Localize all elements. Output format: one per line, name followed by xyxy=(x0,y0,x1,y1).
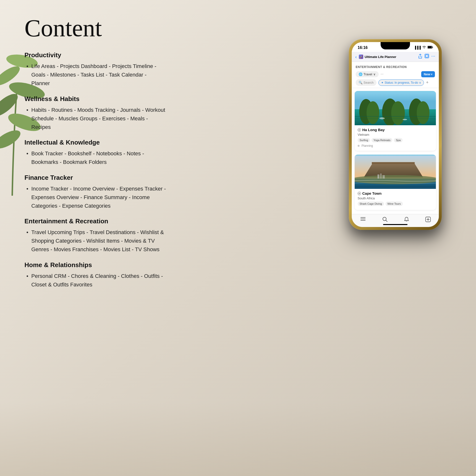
search-button[interactable]: 🔍 Search xyxy=(356,79,376,86)
svg-rect-30 xyxy=(380,173,382,179)
app-section-title: ENTERTAINMENT & RECREATION xyxy=(356,65,435,69)
app-content: ENTERTAINMENT & RECREATION 🌐 Travel ∨ ··… xyxy=(352,62,439,218)
globe-icon-small: 🌐 xyxy=(358,72,362,76)
phone-mockup: 16:16 ▐▐▐ ‹ 🚀 Ultimate Life Planner xyxy=(349,39,442,230)
cards-container: ⊕ Ha Long Bay Vietnam Surfing Yoga Retre… xyxy=(352,88,439,217)
halong-status: Planning xyxy=(361,144,373,148)
svg-rect-27 xyxy=(372,162,415,164)
svg-rect-31 xyxy=(383,175,385,179)
status-filter-label: Status: In progress, To-do xyxy=(385,81,418,85)
halong-location-row: ⊕ Ha Long Bay xyxy=(357,128,433,132)
phone-outer-shell: 16:16 ▐▐▐ ‹ 🚀 Ultimate Life Planner xyxy=(349,39,442,230)
svg-point-19 xyxy=(417,101,429,124)
svg-rect-8 xyxy=(432,47,433,48)
capetown-card[interactable]: ⊕ Cape Town South Africa Shark Cage Divi… xyxy=(355,154,436,210)
section-heading-productivity: Productivity xyxy=(24,51,166,59)
svg-point-0 xyxy=(0,127,23,152)
halong-name: Ha Long Bay xyxy=(362,128,385,132)
more-icon[interactable]: ··· xyxy=(431,54,436,60)
capetown-tags-row: Shark Cage Diving Wine Tours xyxy=(357,202,433,206)
section-content-intellectual: Book Tracker - Bookshelf - Notebooks - N… xyxy=(24,149,166,166)
signal-icon: ▐▐▐ xyxy=(414,46,421,50)
new-button[interactable]: New ∨ xyxy=(421,71,435,77)
chevron-down-icon: ∨ xyxy=(373,72,376,76)
halong-tag-1: Yoga Retreats xyxy=(372,138,392,142)
share-icon[interactable] xyxy=(418,54,422,60)
section-heading-home: Home & Relationships xyxy=(24,261,166,269)
options-dots-button[interactable]: ··· xyxy=(381,72,384,77)
browser-bar: ‹ 🚀 Ultimate Life Planner ··· xyxy=(352,52,439,62)
capetown-name: Cape Town xyxy=(362,191,382,195)
halong-globe-icon: ⊕ xyxy=(357,128,361,132)
halong-tag-2: Spa xyxy=(394,138,403,142)
svg-rect-22 xyxy=(355,116,436,117)
capetown-image xyxy=(355,154,436,189)
filter-row: 🌐 Travel ∨ ··· New ∨ xyxy=(356,71,435,77)
page-title: Content xyxy=(24,15,166,42)
section-content-wellness: Habits - Routines - Moods Tracking - Jou… xyxy=(24,106,166,132)
search-row: 🔍 Search ✦ Status: In progress, To-do ∨ … xyxy=(356,79,435,86)
browser-title: Ultimate Life Planner xyxy=(365,55,396,59)
capetown-country: South Africa xyxy=(357,196,433,200)
new-chevron-icon: ∨ xyxy=(431,73,432,76)
halong-bay-image xyxy=(355,91,436,125)
browser-favicon: 🚀 xyxy=(359,54,363,59)
section-content-entertainment: Travel Upcoming Trips - Travel Destinati… xyxy=(24,228,166,254)
status-icons: ▐▐▐ xyxy=(414,46,433,50)
wifi-icon xyxy=(422,46,426,50)
phone-notch xyxy=(381,42,410,50)
tab-icon[interactable] xyxy=(425,54,429,60)
halong-bay-card[interactable]: ⊕ Ha Long Bay Vietnam Surfing Yoga Retre… xyxy=(355,91,436,151)
section-content-home: Personal CRM - Chores & Cleaning - Cloth… xyxy=(24,272,166,289)
bottom-texture xyxy=(0,403,476,476)
svg-point-6 xyxy=(424,48,425,49)
svg-line-36 xyxy=(386,220,387,221)
browser-title-area: 🚀 Ultimate Life Planner xyxy=(359,54,416,59)
status-filter-button[interactable]: ✦ Status: In progress, To-do ∨ xyxy=(378,80,424,86)
halong-bay-card-body: ⊕ Ha Long Bay Vietnam Surfing Yoga Retre… xyxy=(355,125,436,151)
section-heading-wellness: Wellness & Habits xyxy=(24,95,166,103)
halong-status-dot xyxy=(357,145,359,147)
home-indicator xyxy=(383,224,408,225)
halong-status-row: Planning xyxy=(357,143,433,148)
browser-actions: ··· xyxy=(418,54,436,60)
svg-point-21 xyxy=(403,119,407,120)
section-heading-intellectual: Intellectual & Knowledge xyxy=(24,139,166,146)
content-area: Content Productivity Life Areas - Projec… xyxy=(24,15,166,289)
svg-rect-9 xyxy=(428,46,432,48)
halong-tags-row: Surfing Yoga Retreats Spa xyxy=(357,138,433,142)
nav-add-button[interactable] xyxy=(425,217,431,222)
sparkle-icon: ✦ xyxy=(381,81,384,85)
capetown-card-body: ⊕ Cape Town South Africa Shark Cage Divi… xyxy=(355,189,436,210)
status-time: 16:16 xyxy=(357,46,368,50)
back-button[interactable]: ‹ xyxy=(355,54,357,60)
search-icon: 🔍 xyxy=(358,81,362,85)
section-content-productivity: Life Areas - Projects Dashboard - Projec… xyxy=(24,62,166,88)
section-heading-entertainment: Entertainment & Recreation xyxy=(24,218,166,225)
nav-list-button[interactable] xyxy=(360,217,366,222)
halong-country: Vietnam xyxy=(357,133,433,136)
svg-rect-29 xyxy=(377,174,379,179)
bottom-navigation xyxy=(352,214,439,227)
chevron-down-icon-2: ∨ xyxy=(419,81,421,85)
battery-icon xyxy=(427,46,433,50)
capetown-tag-0: Shark Cage Diving xyxy=(357,202,384,206)
travel-filter-label: Travel xyxy=(363,72,372,76)
add-filter-button[interactable]: + xyxy=(426,80,428,85)
svg-rect-11 xyxy=(425,55,428,57)
section-content-finance: Income Tracker - Income Overview - Expen… xyxy=(24,185,166,210)
svg-rect-23 xyxy=(355,119,436,119)
nav-search-button[interactable] xyxy=(382,217,388,222)
phone-screen: 16:16 ▐▐▐ ‹ 🚀 Ultimate Life Planner xyxy=(352,42,439,227)
halong-tag-0: Surfing xyxy=(357,138,370,142)
capetown-tag-1: Wine Tours xyxy=(386,202,403,206)
new-label: New xyxy=(424,72,430,76)
app-header: ENTERTAINMENT & RECREATION 🌐 Travel ∨ ··… xyxy=(352,62,439,88)
travel-filter-button[interactable]: 🌐 Travel ∨ xyxy=(356,71,379,77)
svg-point-17 xyxy=(391,101,405,125)
search-label: Search xyxy=(363,81,374,85)
nav-bell-button[interactable] xyxy=(404,217,409,222)
capetown-globe-icon: ⊕ xyxy=(357,192,361,195)
capetown-location-row: ⊕ Cape Town xyxy=(357,191,433,195)
section-heading-finance: Finance Tracker xyxy=(24,174,166,182)
